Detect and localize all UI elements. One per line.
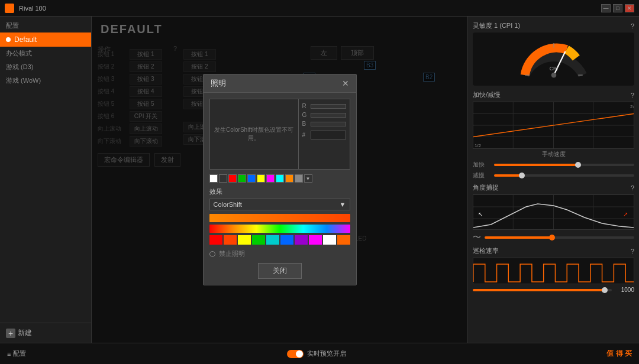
palette-blue[interactable] [280,235,293,245]
palette-purple[interactable] [295,235,308,245]
angle-graph: ↖ ↗ [473,194,634,230]
accel-slider[interactable] [494,164,634,166]
effects-label: 效果 [209,187,350,196]
modal-body: 发生ColorShift时颜色设置不可用。 R G [204,93,356,285]
brand-text: 值 得 买 [606,349,632,359]
r-label: R [302,103,308,109]
swatch-white[interactable] [209,174,218,183]
decel-label: 减慢 [473,171,490,180]
color-preview-left: 发生ColorShift时颜色设置不可用。 [210,99,299,169]
hex-input[interactable] [311,131,346,139]
realtime-toggle-area: 实时预览开启 [287,349,346,358]
sidebar-item-default[interactable]: Default [0,32,91,47]
svg-text:↖: ↖ [478,211,483,217]
modal-close-x-button[interactable]: ✕ [342,79,349,88]
palette-teal[interactable] [266,235,279,245]
palette-white[interactable] [323,235,336,245]
angle-section: 角度捕捉 ? ↖ ↗ [473,183,634,243]
accel-section: 加快/减慢 ? 2x 1/2 [473,90,634,180]
disable-lighting-label: 禁止照明 [219,249,245,258]
sidebar-item-wow[interactable]: 游戏 (WoW) [0,74,91,87]
palette-magenta[interactable] [309,235,322,245]
swatch-gray[interactable] [295,174,303,183]
angle-title: 角度捕捉 [473,183,499,192]
no-color-text: 发生ColorShift时颜色设置不可用。 [210,126,298,142]
polling-question-icon: ? [631,248,634,255]
swatch-green[interactable] [238,174,246,183]
palette-yellow[interactable] [238,235,251,245]
lighting-modal: 照明 ✕ 发生ColorShift时颜色设置不可用。 R [203,74,357,285]
color-picker-right: R G B [299,99,350,169]
swatch-red[interactable] [228,174,237,183]
r-bar[interactable] [311,104,346,109]
swatch-yellow[interactable] [257,174,265,183]
palette-red[interactable] [209,235,222,245]
angle-svg: ↖ ↗ [473,195,634,230]
polling-svg [473,258,634,284]
accel-fill [494,164,578,166]
modal-close-button[interactable]: 关闭 [258,263,302,279]
orange-gradient-bar [209,214,350,222]
wave-fill [485,236,552,239]
brand-label-2: 得 [616,349,623,358]
color-preview-area: 发生ColorShift时颜色设置不可用。 R G [209,99,350,170]
right-panel: 灵敏度 1 (CPI 1) ? [467,17,639,343]
maximize-button[interactable]: □ [613,4,622,12]
close-button[interactable]: ✕ [625,4,634,12]
disable-lighting-row: 禁止照明 [209,249,350,258]
swatch-dark[interactable] [219,174,227,183]
palette-orangered[interactable] [224,235,237,245]
title-bar: Rival 100 — □ ✕ [0,0,639,17]
cpi-section: 灵敏度 1 (CPI 1) ? [473,21,634,86]
app-title: Rival 100 [19,5,46,12]
list-config-button[interactable]: ≡ 配置 [7,349,26,358]
realtime-toggle-switch[interactable] [287,350,304,358]
add-label: 新建 [18,328,32,338]
b-bar[interactable] [311,122,346,126]
wave-slider[interactable] [485,236,634,239]
swatch-cyan[interactable] [276,174,284,183]
decel-fill [494,174,522,177]
polling-slider[interactable] [473,289,612,291]
effects-select[interactable]: ColorShift ▼ [209,199,350,210]
swatch-more-button[interactable]: ▼ [304,174,312,183]
chevron-down-icon: ▼ [340,201,346,208]
plus-icon: + [6,329,15,338]
swatch-orange[interactable] [285,174,293,183]
palette-green[interactable] [252,235,265,245]
realtime-label: 实时预览开启 [307,349,346,358]
active-dot [6,37,11,42]
accel-label: 加快 [473,161,490,169]
disable-lighting-checkbox[interactable] [209,251,215,257]
wave-icon: 〜 [473,232,481,243]
manual-speed-label: 手动速度 [473,150,634,158]
decel-thumb[interactable] [519,173,525,178]
add-profile-button[interactable]: + 新建 [6,328,85,338]
g-bar[interactable] [311,113,346,118]
decel-slider[interactable] [494,174,634,177]
toggle-knob [296,350,303,358]
accel-slider-row: 加快 [473,161,634,169]
modal-overlay: 照明 ✕ 发生ColorShift时颜色设置不可用。 R [92,17,467,343]
decel-slider-row: 减慢 [473,171,634,180]
accel-graph: 2x 1/2 [473,102,634,149]
sidebar-item-d3[interactable]: 游戏 (D3) [0,60,91,74]
minimize-button[interactable]: — [601,4,611,12]
swatch-blue[interactable] [247,174,256,183]
accel-thumb[interactable] [575,162,581,168]
main-content: DEFAULT 操作 ? 按钮 1 按钮 1 按钮 2 按钮 2 按钮 3 按钮… [92,17,467,343]
accel-question-icon: ? [631,92,634,99]
palette-orange[interactable] [337,235,350,245]
polling-title: 巡检速率 [473,246,499,255]
sidebar-section-title: 配置 [0,17,91,32]
modal-title: 照明 [211,78,226,89]
modal-header: 照明 ✕ [204,74,356,93]
wave-thumb[interactable] [549,235,555,240]
polling-thumb[interactable] [602,287,608,293]
polling-fill [473,289,605,291]
polling-section: 巡检速率 ? 1000 [473,246,634,293]
brand-label: 值 [606,349,614,358]
swatch-magenta[interactable] [266,174,275,183]
cpi-question-icon: ? [631,22,634,30]
sidebar-item-office[interactable]: 办公模式 [0,47,91,60]
